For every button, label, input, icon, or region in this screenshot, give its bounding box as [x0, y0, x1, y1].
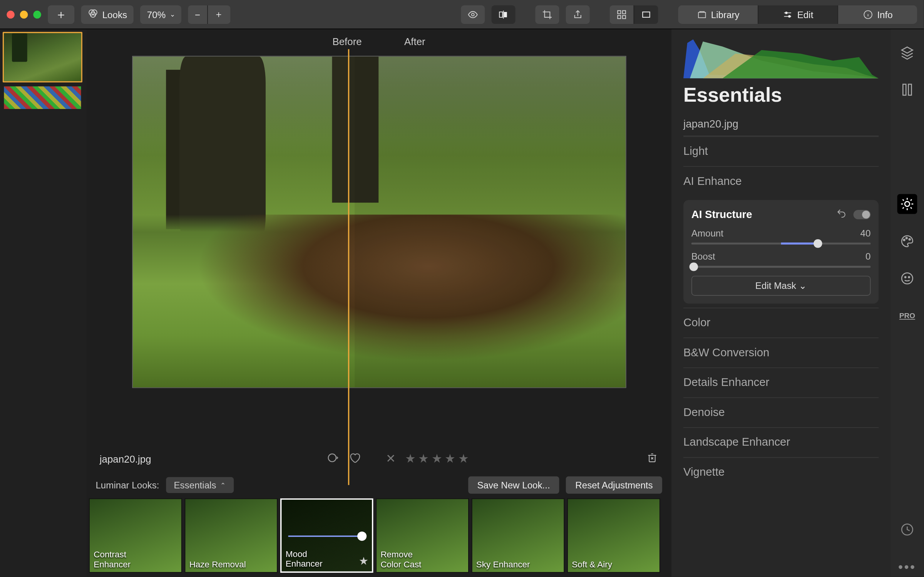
- svg-point-29: [905, 277, 906, 278]
- zoom-value: 70%: [147, 9, 166, 20]
- grid-view-button[interactable]: [610, 5, 634, 23]
- single-icon: [641, 9, 652, 20]
- crop-icon: [542, 9, 553, 20]
- filename-label: japan20.jpg: [100, 453, 151, 464]
- window-controls: [7, 10, 41, 18]
- look-preset[interactable]: Haze Removal: [185, 498, 278, 573]
- section-light[interactable]: Light: [683, 136, 879, 166]
- add-button[interactable]: ＋: [48, 5, 74, 23]
- thumbnail-selected[interactable]: [3, 32, 82, 82]
- section-vignette[interactable]: Vignette: [683, 457, 879, 487]
- boost-slider[interactable]: [691, 266, 871, 268]
- looks-category-label: Essentials: [174, 480, 216, 490]
- svg-point-3: [472, 13, 474, 16]
- looks-prefix: Luminar Looks:: [95, 480, 159, 490]
- edit-tab[interactable]: Edit: [758, 5, 837, 23]
- look-preset[interactable]: Contrast Enhancer: [89, 498, 182, 573]
- before-after-labels: Before After: [86, 29, 671, 49]
- preview-image[interactable]: [132, 56, 626, 388]
- looks-bar: Luminar Looks: Essentials ⌃ Save New Loo…: [86, 472, 671, 498]
- library-label: Library: [711, 9, 740, 20]
- amount-value: 40: [860, 228, 871, 239]
- favorite-heart-icon[interactable]: [348, 451, 360, 465]
- color-tag-picker[interactable]: [326, 451, 340, 466]
- eye-icon: [467, 9, 478, 20]
- section-color[interactable]: Color: [683, 308, 879, 338]
- history-icon[interactable]: [897, 520, 917, 540]
- reject-x-icon[interactable]: ✕: [386, 451, 396, 466]
- svg-point-30: [909, 277, 910, 278]
- star-rating[interactable]: ★★★★★: [405, 451, 472, 466]
- compare-icon: [498, 9, 509, 20]
- svg-rect-4: [499, 12, 502, 17]
- svg-rect-12: [698, 12, 705, 17]
- crop-button[interactable]: [535, 5, 559, 23]
- library-tab[interactable]: Library: [678, 5, 758, 23]
- edit-label: Edit: [797, 9, 814, 20]
- svg-rect-23: [909, 84, 912, 95]
- more-icon[interactable]: •••: [897, 557, 917, 577]
- svg-point-25: [904, 239, 905, 241]
- svg-marker-21: [722, 50, 879, 79]
- compare-button[interactable]: [492, 5, 516, 23]
- ai-structure-title: AI Structure: [691, 209, 752, 221]
- maximize-icon[interactable]: [33, 10, 41, 18]
- section-denoise[interactable]: Denoise: [683, 398, 879, 428]
- zoom-select[interactable]: 70% ⌄: [141, 5, 182, 23]
- titlebar: ＋ Looks 70% ⌄ − ＋: [0, 0, 924, 29]
- info-tab[interactable]: Info: [837, 5, 917, 23]
- chevron-down-icon: ⌄: [170, 11, 175, 18]
- look-preset[interactable]: Remove Color Cast: [376, 498, 469, 573]
- portrait-tool-icon[interactable]: [897, 268, 917, 288]
- share-button[interactable]: [566, 5, 590, 23]
- zoom-out-button[interactable]: −: [188, 5, 207, 23]
- svg-point-27: [909, 239, 911, 240]
- svg-rect-22: [903, 84, 906, 95]
- edit-mask-button[interactable]: Edit Mask ⌄: [691, 276, 871, 296]
- histogram[interactable]: [683, 36, 879, 78]
- zoom-in-button[interactable]: ＋: [207, 5, 230, 23]
- minimize-icon[interactable]: [20, 10, 28, 18]
- looks-strip: Contrast Enhancer Haze Removal Mood Enha…: [86, 498, 671, 577]
- save-new-look-button[interactable]: Save New Look...: [468, 476, 559, 494]
- looks-button[interactable]: Looks: [81, 5, 134, 23]
- section-bw[interactable]: B&W Conversion: [683, 337, 879, 367]
- library-icon: [696, 9, 707, 20]
- reset-adjustments-button[interactable]: Reset Adjustments: [566, 476, 662, 494]
- boost-value: 0: [865, 251, 870, 262]
- look-preset[interactable]: Sky Enhancer: [472, 498, 565, 573]
- amount-slider[interactable]: [691, 243, 871, 245]
- close-icon[interactable]: [7, 10, 15, 18]
- pro-tool-icon[interactable]: PRO: [897, 306, 917, 326]
- ai-structure-toggle[interactable]: [854, 210, 871, 219]
- layers-icon[interactable]: [897, 42, 917, 62]
- svg-rect-11: [643, 12, 649, 17]
- creative-tool-icon[interactable]: [897, 231, 917, 251]
- star-icon[interactable]: ★: [359, 555, 368, 567]
- image-meta-bar: japan20.jpg ✕ ★★★★★: [86, 445, 671, 472]
- svg-rect-7: [618, 10, 621, 13]
- svg-point-24: [905, 201, 910, 206]
- look-preset-selected[interactable]: Mood Enhancer ★: [280, 498, 373, 573]
- looks-category-select[interactable]: Essentials ⌃: [166, 477, 234, 493]
- section-landscape[interactable]: Landscape Enhancer: [683, 427, 879, 457]
- right-panel: Essentials japan20.jpg Light AI Enhance …: [671, 29, 924, 577]
- svg-point-26: [906, 237, 907, 239]
- after-label: After: [404, 35, 425, 47]
- compare-divider[interactable]: [348, 49, 349, 485]
- looks-label: Looks: [102, 9, 127, 20]
- canvas-icon[interactable]: [897, 80, 917, 100]
- thumbnail[interactable]: [3, 85, 82, 111]
- single-view-button[interactable]: [634, 5, 658, 23]
- undo-icon[interactable]: [836, 208, 847, 221]
- essentials-tool-icon[interactable]: [897, 194, 917, 214]
- svg-point-14: [789, 15, 791, 17]
- section-ai-enhance[interactable]: AI Enhance: [683, 166, 879, 196]
- look-amount-slider[interactable]: [288, 535, 365, 537]
- section-details[interactable]: Details Enhancer: [683, 367, 879, 398]
- look-preset[interactable]: Soft & Airy: [567, 498, 660, 573]
- panel-title: Essentials: [683, 84, 879, 106]
- grid-icon: [616, 9, 627, 20]
- trash-icon[interactable]: [646, 451, 658, 465]
- quick-preview-button[interactable]: [461, 5, 485, 23]
